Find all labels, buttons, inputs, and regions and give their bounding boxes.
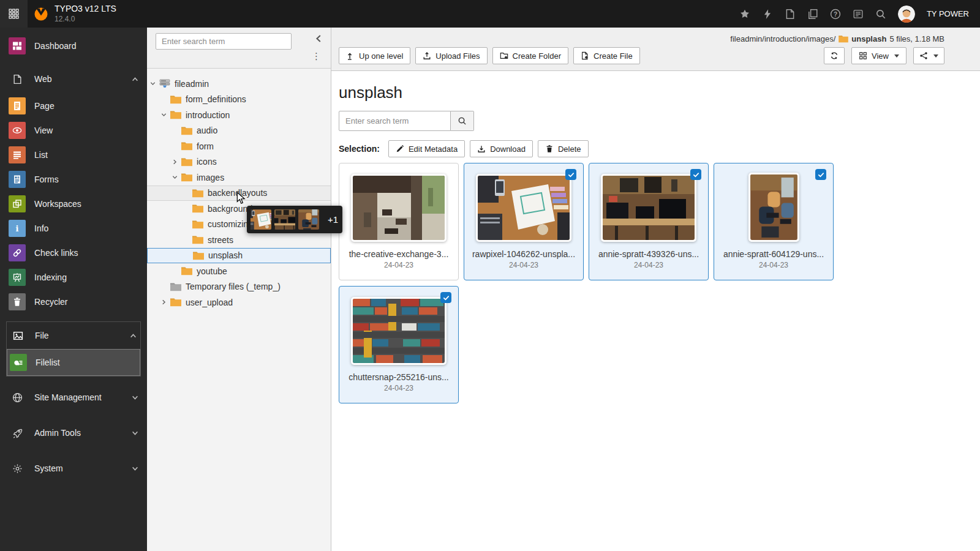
pencil-icon — [396, 144, 404, 153]
file-search-button[interactable] — [451, 111, 474, 131]
sidebar-item-list[interactable]: List — [0, 143, 147, 167]
tree-node-introduction[interactable]: introduction — [147, 107, 331, 123]
sidebar-item-recycler[interactable]: Recycler — [0, 290, 147, 314]
breadcrumb-folder[interactable]: unsplash — [851, 34, 886, 43]
module-menu-toggle[interactable] — [0, 0, 28, 28]
search-icon — [458, 116, 467, 126]
tree-node-unsplash[interactable]: unsplash — [147, 248, 331, 264]
sidebar-section-web[interactable]: Web — [0, 64, 147, 94]
file-card[interactable]: the-creative-exchange-3... 24-04-23 — [339, 163, 459, 280]
breadcrumb: fileadmin/introduction/images/ unsplash … — [339, 31, 944, 47]
help-icon[interactable] — [830, 9, 841, 20]
sidebar-item-dashboard[interactable]: Dashboard — [0, 34, 147, 58]
file-name: rawpixel-1046262-unspla... — [464, 249, 583, 259]
opened-documents-icon[interactable] — [807, 9, 818, 20]
tree-node-form[interactable]: form — [147, 138, 331, 154]
tree-node-images[interactable]: images — [147, 170, 331, 186]
file-date: 24-04-23 — [339, 261, 458, 269]
chevron-right-icon — [161, 299, 170, 305]
file-card[interactable]: rawpixel-1046262-unspla... 24-04-23 — [464, 163, 584, 280]
mouse-cursor — [236, 192, 246, 204]
sidebar-item-page[interactable]: Page — [0, 94, 147, 118]
selected-checkbox[interactable] — [815, 169, 826, 180]
folder-icon — [192, 189, 203, 198]
file-thumbnail — [748, 173, 799, 242]
file-card[interactable]: annie-spratt-604129-uns... 24-04-23 — [714, 163, 834, 280]
tree-node-audio[interactable]: audio — [147, 123, 331, 139]
sidebar-section-site-management[interactable]: Site Management — [0, 383, 147, 412]
breadcrumb-path[interactable]: fileadmin/introduction/images/ — [730, 34, 835, 43]
sidebar-section-system[interactable]: System — [0, 454, 147, 483]
selected-checkbox[interactable] — [690, 169, 701, 180]
page-icon — [9, 97, 26, 114]
edit-metadata-button[interactable]: Edit Metadata — [388, 140, 465, 157]
dashboard-icon — [9, 37, 26, 54]
file-card[interactable]: chuttersnap-255216-uns... 24-04-23 — [339, 286, 459, 403]
link-icon — [9, 244, 26, 261]
tree-menu-icon[interactable]: ⋮ — [312, 51, 321, 62]
file-card-grid: the-creative-exchange-3... 24-04-23 rawp… — [339, 163, 839, 403]
up-one-level-button[interactable]: Up one level — [339, 47, 410, 64]
file-thumbnail — [351, 174, 447, 242]
trash-icon — [9, 293, 26, 310]
tree-node-user-upload[interactable]: user_upload — [147, 294, 331, 310]
selected-checkbox[interactable] — [440, 292, 451, 303]
file-card[interactable]: annie-spratt-439326-uns... 24-04-23 — [589, 163, 709, 280]
sidebar-item-view[interactable]: View — [0, 118, 147, 143]
file-name: the-creative-exchange-3... — [339, 249, 458, 259]
trash-icon — [545, 144, 554, 153]
sidebar-section-file[interactable]: File — [7, 322, 140, 349]
search-icon[interactable] — [875, 9, 886, 20]
tree-node-fileadmin[interactable]: fileadmin — [147, 76, 331, 92]
share-button[interactable] — [913, 47, 944, 64]
chevron-down-icon — [161, 112, 170, 118]
upload-files-button[interactable]: Upload Files — [415, 47, 487, 64]
folder-icon — [181, 126, 192, 135]
selected-checkbox[interactable] — [565, 169, 576, 180]
chevron-down-icon — [132, 465, 138, 472]
folder-icon — [192, 220, 203, 229]
document-icon[interactable] — [785, 9, 796, 20]
sidebar-item-check-links[interactable]: Check links — [0, 241, 147, 265]
tree-node-streets[interactable]: streets — [147, 232, 331, 248]
folder-icon — [181, 266, 192, 276]
storage-mount-icon — [159, 79, 170, 88]
folder-plus-icon — [500, 51, 508, 60]
sidebar-item-info[interactable]: Info — [0, 216, 147, 241]
tree-node-icons[interactable]: icons — [147, 154, 331, 170]
create-folder-button[interactable]: Create Folder — [492, 47, 568, 64]
tree-node-youtube[interactable]: youtube — [147, 263, 331, 279]
delete-button[interactable]: Delete — [538, 140, 589, 157]
avatar[interactable] — [898, 6, 915, 23]
selection-actions: Selection: Edit Metadata Download Delete — [339, 140, 973, 157]
folder-icon — [181, 173, 192, 182]
sidebar-item-indexing[interactable]: Indexing — [0, 265, 147, 290]
folder-tree: fileadmin form_definitions introduction … — [147, 69, 331, 310]
download-button[interactable]: Download — [470, 140, 533, 157]
bookmark-icon[interactable] — [739, 9, 750, 20]
caret-down-icon — [933, 54, 938, 58]
chevron-up-icon — [132, 76, 138, 83]
drag-preview-tooltip: +1 — [247, 206, 342, 233]
sidebar-item-workspaces[interactable]: Workspaces — [0, 192, 147, 216]
create-file-button[interactable]: Create File — [573, 47, 640, 64]
chevron-down-icon — [132, 394, 138, 401]
sidebar-item-forms[interactable]: Forms — [0, 167, 147, 192]
file-search-input[interactable] — [339, 111, 451, 131]
username[interactable]: TY POWER — [927, 9, 969, 18]
tree-search-input[interactable] — [156, 33, 292, 50]
view-mode-button[interactable]: View — [851, 47, 907, 64]
folder-icon — [181, 141, 192, 151]
tree-node-temp[interactable]: Temporary files (_temp_) — [147, 279, 331, 295]
systeminformation-icon[interactable] — [853, 9, 864, 20]
sidebar-item-filelist[interactable]: Filelist — [7, 349, 140, 376]
refresh-button[interactable] — [824, 47, 845, 64]
collapse-tree-icon[interactable] — [314, 34, 323, 43]
level-up-icon — [346, 51, 355, 60]
file-date: 24-04-23 — [714, 261, 833, 269]
globe-icon — [9, 389, 26, 406]
sidebar-section-admin-tools[interactable]: Admin Tools — [0, 418, 147, 448]
file-thumbnail — [601, 174, 696, 242]
tree-node-form-definitions[interactable]: form_definitions — [147, 92, 331, 108]
clear-cache-icon[interactable] — [762, 9, 773, 20]
